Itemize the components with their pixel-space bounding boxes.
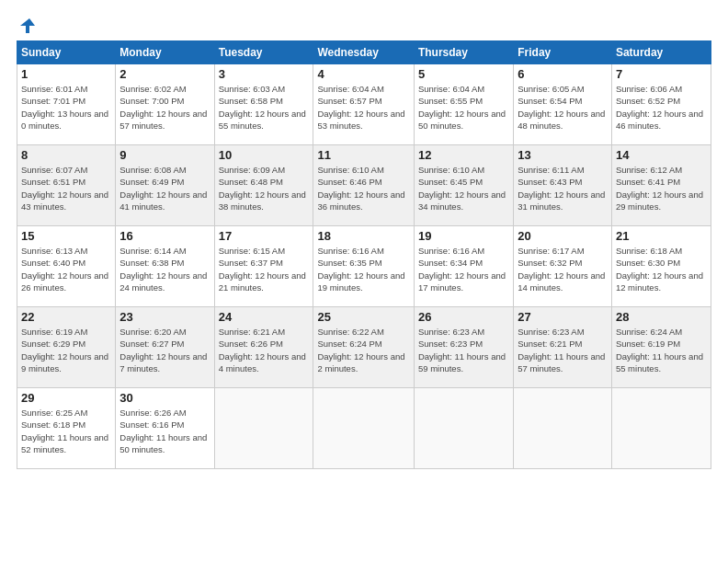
calendar-week-1: 1 Sunrise: 6:01 AMSunset: 7:01 PMDayligh…	[17, 64, 711, 145]
day-detail: Sunrise: 6:07 AMSunset: 6:51 PMDaylight:…	[21, 165, 108, 212]
day-detail: Sunrise: 6:22 AMSunset: 6:24 PMDaylight:…	[317, 327, 404, 373]
calendar-cell: 6 Sunrise: 6:05 AMSunset: 6:54 PMDayligh…	[514, 64, 612, 145]
calendar-cell	[313, 388, 414, 469]
weekday-header-row: SundayMondayTuesdayWednesdayThursdayFrid…	[17, 41, 711, 64]
logo	[17, 17, 37, 31]
calendar-cell: 22 Sunrise: 6:19 AMSunset: 6:29 PMDaylig…	[17, 307, 116, 388]
calendar-cell: 11 Sunrise: 6:10 AMSunset: 6:46 PMDaylig…	[313, 145, 414, 226]
day-detail: Sunrise: 6:06 AMSunset: 6:52 PMDaylight:…	[616, 84, 703, 131]
day-detail: Sunrise: 6:26 AMSunset: 6:16 PMDaylight:…	[119, 408, 207, 454]
calendar-cell: 9 Sunrise: 6:08 AMSunset: 6:49 PMDayligh…	[116, 145, 214, 226]
day-detail: Sunrise: 6:23 AMSunset: 6:21 PMDaylight:…	[518, 327, 605, 373]
day-detail: Sunrise: 6:10 AMSunset: 6:45 PMDaylight:…	[418, 165, 506, 212]
calendar-body: 1 Sunrise: 6:01 AMSunset: 7:01 PMDayligh…	[17, 64, 711, 469]
day-number: 4	[317, 67, 409, 81]
calendar-cell: 2 Sunrise: 6:02 AMSunset: 7:00 PMDayligh…	[116, 64, 214, 145]
day-detail: Sunrise: 6:16 AMSunset: 6:35 PMDaylight:…	[317, 246, 404, 293]
day-detail: Sunrise: 6:04 AMSunset: 6:57 PMDaylight:…	[317, 84, 404, 131]
calendar-cell: 16 Sunrise: 6:14 AMSunset: 6:38 PMDaylig…	[116, 226, 214, 307]
day-number: 8	[21, 148, 111, 162]
calendar-cell: 17 Sunrise: 6:15 AMSunset: 6:37 PMDaylig…	[214, 226, 313, 307]
day-detail: Sunrise: 6:15 AMSunset: 6:37 PMDaylight:…	[219, 246, 306, 293]
day-number: 30	[119, 391, 210, 405]
page-header	[17, 17, 711, 31]
day-detail: Sunrise: 6:04 AMSunset: 6:55 PMDaylight:…	[418, 84, 506, 131]
day-detail: Sunrise: 6:19 AMSunset: 6:29 PMDaylight:…	[21, 327, 108, 373]
calendar-cell: 23 Sunrise: 6:20 AMSunset: 6:27 PMDaylig…	[116, 307, 214, 388]
day-number: 15	[21, 229, 111, 243]
day-detail: Sunrise: 6:23 AMSunset: 6:23 PMDaylight:…	[418, 327, 506, 373]
day-number: 7	[616, 67, 707, 81]
day-detail: Sunrise: 6:12 AMSunset: 6:41 PMDaylight:…	[616, 165, 703, 212]
day-detail: Sunrise: 6:10 AMSunset: 6:46 PMDaylight:…	[317, 165, 404, 212]
calendar-cell: 4 Sunrise: 6:04 AMSunset: 6:57 PMDayligh…	[313, 64, 414, 145]
day-detail: Sunrise: 6:11 AMSunset: 6:43 PMDaylight:…	[518, 165, 605, 212]
day-number: 16	[119, 229, 210, 243]
weekday-friday: Friday	[514, 41, 612, 64]
calendar-cell: 29 Sunrise: 6:25 AMSunset: 6:18 PMDaylig…	[17, 388, 116, 469]
calendar-cell: 3 Sunrise: 6:03 AMSunset: 6:58 PMDayligh…	[214, 64, 313, 145]
day-detail: Sunrise: 6:05 AMSunset: 6:54 PMDaylight:…	[518, 84, 605, 131]
calendar-cell: 1 Sunrise: 6:01 AMSunset: 7:01 PMDayligh…	[17, 64, 116, 145]
day-detail: Sunrise: 6:14 AMSunset: 6:38 PMDaylight:…	[119, 246, 207, 293]
day-number: 20	[518, 229, 608, 243]
day-number: 18	[317, 229, 409, 243]
calendar-cell: 7 Sunrise: 6:06 AMSunset: 6:52 PMDayligh…	[611, 64, 711, 145]
day-number: 22	[21, 310, 111, 324]
weekday-tuesday: Tuesday	[214, 41, 313, 64]
day-number: 13	[518, 148, 608, 162]
day-number: 19	[418, 229, 509, 243]
day-number: 27	[518, 310, 608, 324]
day-number: 12	[418, 148, 509, 162]
day-number: 14	[616, 148, 707, 162]
day-number: 17	[219, 229, 310, 243]
calendar-cell: 18 Sunrise: 6:16 AMSunset: 6:35 PMDaylig…	[313, 226, 414, 307]
calendar-page: SundayMondayTuesdayWednesdayThursdayFrid…	[0, 0, 728, 563]
weekday-wednesday: Wednesday	[313, 41, 414, 64]
day-number: 28	[616, 310, 707, 324]
calendar-week-3: 15 Sunrise: 6:13 AMSunset: 6:40 PMDaylig…	[17, 226, 711, 307]
calendar-table: SundayMondayTuesdayWednesdayThursdayFrid…	[17, 40, 711, 469]
calendar-cell: 25 Sunrise: 6:22 AMSunset: 6:24 PMDaylig…	[313, 307, 414, 388]
calendar-cell	[414, 388, 513, 469]
day-number: 26	[418, 310, 509, 324]
calendar-cell: 30 Sunrise: 6:26 AMSunset: 6:16 PMDaylig…	[116, 388, 214, 469]
logo-icon	[18, 17, 37, 35]
day-detail: Sunrise: 6:17 AMSunset: 6:32 PMDaylight:…	[518, 246, 605, 293]
calendar-cell: 20 Sunrise: 6:17 AMSunset: 6:32 PMDaylig…	[514, 226, 612, 307]
day-detail: Sunrise: 6:24 AMSunset: 6:19 PMDaylight:…	[616, 327, 703, 373]
day-number: 5	[418, 67, 509, 81]
calendar-cell: 5 Sunrise: 6:04 AMSunset: 6:55 PMDayligh…	[414, 64, 513, 145]
day-number: 11	[317, 148, 409, 162]
calendar-cell	[611, 388, 711, 469]
weekday-monday: Monday	[116, 41, 214, 64]
weekday-sunday: Sunday	[17, 41, 116, 64]
day-detail: Sunrise: 6:21 AMSunset: 6:26 PMDaylight:…	[219, 327, 306, 373]
day-number: 3	[219, 67, 310, 81]
calendar-week-5: 29 Sunrise: 6:25 AMSunset: 6:18 PMDaylig…	[17, 388, 711, 469]
day-detail: Sunrise: 6:20 AMSunset: 6:27 PMDaylight:…	[119, 327, 207, 373]
calendar-cell	[514, 388, 612, 469]
calendar-cell: 28 Sunrise: 6:24 AMSunset: 6:19 PMDaylig…	[611, 307, 711, 388]
day-detail: Sunrise: 6:25 AMSunset: 6:18 PMDaylight:…	[21, 408, 108, 454]
calendar-cell: 21 Sunrise: 6:18 AMSunset: 6:30 PMDaylig…	[611, 226, 711, 307]
day-number: 29	[21, 391, 111, 405]
day-number: 10	[219, 148, 310, 162]
calendar-cell: 27 Sunrise: 6:23 AMSunset: 6:21 PMDaylig…	[514, 307, 612, 388]
calendar-cell: 13 Sunrise: 6:11 AMSunset: 6:43 PMDaylig…	[514, 145, 612, 226]
day-detail: Sunrise: 6:18 AMSunset: 6:30 PMDaylight:…	[616, 246, 703, 293]
day-number: 1	[21, 67, 111, 81]
day-detail: Sunrise: 6:13 AMSunset: 6:40 PMDaylight:…	[21, 246, 108, 293]
weekday-saturday: Saturday	[611, 41, 711, 64]
calendar-cell: 12 Sunrise: 6:10 AMSunset: 6:45 PMDaylig…	[414, 145, 513, 226]
day-detail: Sunrise: 6:02 AMSunset: 7:00 PMDaylight:…	[119, 84, 207, 131]
calendar-cell: 14 Sunrise: 6:12 AMSunset: 6:41 PMDaylig…	[611, 145, 711, 226]
day-number: 24	[219, 310, 310, 324]
day-detail: Sunrise: 6:03 AMSunset: 6:58 PMDaylight:…	[219, 84, 306, 131]
day-detail: Sunrise: 6:16 AMSunset: 6:34 PMDaylight:…	[418, 246, 506, 293]
calendar-cell	[214, 388, 313, 469]
day-number: 21	[616, 229, 707, 243]
day-detail: Sunrise: 6:08 AMSunset: 6:49 PMDaylight:…	[119, 165, 207, 212]
day-number: 6	[518, 67, 608, 81]
day-number: 23	[119, 310, 210, 324]
